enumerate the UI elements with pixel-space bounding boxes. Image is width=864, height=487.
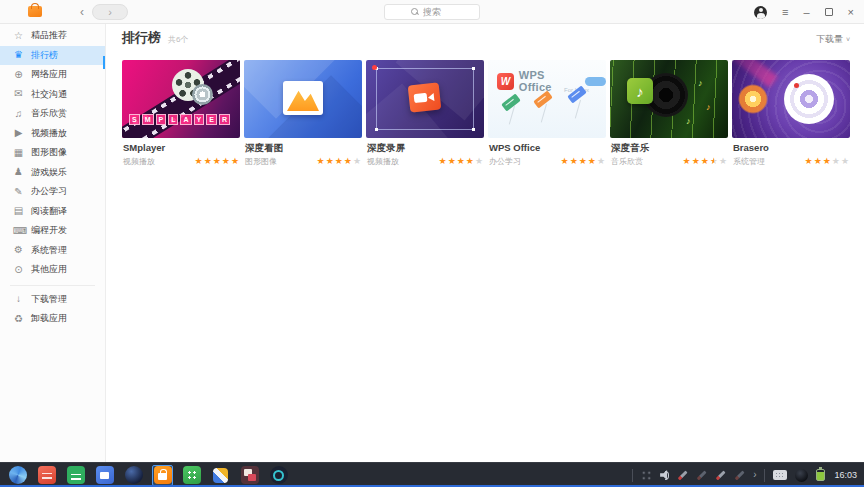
tray-pen-icon-1[interactable] (678, 470, 688, 480)
sidebar-item-ranking[interactable]: ♛排行榜 (0, 46, 105, 66)
app-name: SMplayer (123, 143, 239, 153)
reading-icon: ▤ (13, 206, 24, 216)
sort-dropdown[interactable]: 下载量 ˅ (816, 33, 850, 46)
sidebar-item-label: 社交沟通 (31, 88, 67, 101)
close-button[interactable]: × (848, 7, 854, 18)
star-icon: ★ (814, 157, 822, 166)
banner-letter: E (206, 114, 217, 125)
titlebar[interactable]: ‹ › ≡ – × (0, 0, 864, 24)
sidebar-item-network[interactable]: ⊕网络应用 (0, 65, 105, 85)
sidebar-item-label: 图形图像 (31, 146, 67, 159)
app-meta: Brasero系统管理★★★★★ (732, 143, 850, 167)
search-box[interactable] (384, 4, 480, 20)
dock-item-multicolor-app[interactable] (210, 465, 231, 486)
sidebar-item-uninstall[interactable]: ♻卸载应用 (0, 309, 105, 329)
app-card-wps-office[interactable]: WWPS OfficeFor LinuxWPS Office办公学习★★★★★ (488, 60, 606, 167)
app-meta: WPS Office办公学习★★★★★ (488, 143, 606, 167)
app-banner-deepin-image-viewer[interactable] (244, 60, 362, 138)
forward-button[interactable]: › (92, 4, 128, 20)
star-icon: ★ (588, 157, 596, 166)
dock-item-photos-app[interactable] (239, 465, 260, 486)
file-manager-icon (96, 466, 114, 484)
scrollbar-thumb[interactable] (103, 56, 105, 69)
image-viewer-icon (283, 81, 323, 115)
sidebar-item-label: 办公学习 (31, 185, 67, 198)
sidebar-footer: ↓下载管理♻卸载应用 (0, 290, 105, 329)
dock-item-green-grid-app[interactable] (181, 465, 202, 486)
sidebar-item-office[interactable]: ✎办公学习 (0, 182, 105, 202)
star-icon: ★ (692, 157, 700, 166)
user-avatar[interactable] (754, 6, 767, 19)
app-card-deepin-image-viewer[interactable]: 深度看图图形图像★★★★★ (244, 60, 362, 167)
mountain-art (287, 89, 319, 111)
banner-letter: A (180, 114, 191, 125)
dock-item-red-app[interactable] (36, 465, 57, 486)
dock-item-control-center[interactable] (268, 465, 289, 486)
sidebar-item-others[interactable]: ⊙其他应用 (0, 260, 105, 280)
maximize-button[interactable] (825, 8, 833, 16)
rating-stars: ★★★★★ (804, 157, 849, 166)
video-icon: ▶ (13, 128, 24, 138)
sidebar-item-label: 阅读翻译 (31, 205, 67, 218)
star-icon: ★ (448, 157, 456, 166)
star-icon: ★ (466, 157, 474, 166)
star-icon: ★ (213, 157, 221, 166)
app-banner-smplayer[interactable]: SMPLAYER (122, 60, 240, 138)
dock-item-app-store[interactable] (152, 465, 173, 486)
sidebar-item-system[interactable]: ⚙系统管理 (0, 241, 105, 261)
tray-pen-icon-4[interactable] (735, 470, 745, 480)
search-input[interactable] (423, 7, 453, 17)
star-icon: ★ (317, 157, 325, 166)
dock-item-launcher[interactable] (7, 465, 28, 486)
tray-separator (632, 469, 633, 482)
app-banner-deepin-music[interactable]: ♪♪♪♪ (610, 60, 728, 138)
sidebar-item-label: 系统管理 (31, 244, 67, 257)
system-icon: ⚙ (13, 245, 24, 255)
dock-item-browser[interactable] (123, 465, 144, 486)
rating-stars: ★★★★★ (560, 157, 605, 166)
minimize-button[interactable]: – (803, 7, 809, 18)
star-icon: ★ (457, 157, 465, 166)
star-icon: ★ (335, 157, 343, 166)
app-card-smplayer[interactable]: SMPLAYERSMplayer视频播放★★★★★ (122, 60, 240, 167)
sidebar-item-games[interactable]: ♟游戏娱乐 (0, 163, 105, 183)
floating-note-art: ♪ (706, 102, 711, 112)
battery-icon[interactable] (816, 469, 825, 481)
flame-glow-art (734, 82, 772, 116)
app-banner-brasero[interactable] (732, 60, 850, 138)
sidebar-item-reading[interactable]: ▤阅读翻译 (0, 202, 105, 222)
dark-sphere-icon[interactable] (795, 469, 808, 482)
star-icon: ★ (832, 157, 840, 166)
app-banner-deepin-screen-recorder[interactable] (366, 60, 484, 138)
sidebar-item-video[interactable]: ▶视频播放 (0, 124, 105, 144)
wps-logo-icon: W (497, 73, 514, 90)
star-icon: ★ (805, 157, 813, 166)
star-icon: ★ (570, 157, 578, 166)
app-store-window: ‹ › ≡ – × ☆精品推荐♛排行榜⊕网络应用✉社交沟通♫音乐欣赏▶视频播放▦… (0, 0, 864, 487)
sidebar-item-featured[interactable]: ☆精品推荐 (0, 26, 105, 46)
tray-grid-icon[interactable] (641, 470, 652, 481)
menu-icon[interactable]: ≡ (782, 7, 788, 18)
back-button[interactable]: ‹ (80, 6, 84, 18)
tray-pen-icon-2[interactable] (697, 470, 707, 480)
app-card-deepin-music[interactable]: ♪♪♪♪深度音乐音乐欣赏★★★★★ (610, 60, 728, 167)
dock-item-green-notes-app[interactable] (65, 465, 86, 486)
sidebar-item-downloads[interactable]: ↓下载管理 (0, 290, 105, 310)
app-card-deepin-screen-recorder[interactable]: 深度录屏视频播放★★★★★ (366, 60, 484, 167)
tray-expand-chevron[interactable]: › (753, 470, 756, 480)
sidebar-item-graphics[interactable]: ▦图形图像 (0, 143, 105, 163)
rating-stars: ★★★★★ (682, 157, 727, 166)
tray-pen-icon-3[interactable] (716, 470, 726, 480)
app-banner-wps-office[interactable]: WWPS OfficeFor Linux (488, 60, 606, 138)
sidebar-item-social[interactable]: ✉社交沟通 (0, 85, 105, 105)
dock-item-file-manager[interactable] (94, 465, 115, 486)
speaker-shape (660, 470, 672, 481)
keyboard-icon[interactable] (773, 470, 787, 480)
downloads-icon: ↓ (13, 294, 24, 304)
dock-icons (7, 465, 289, 486)
dev-icon: ⌨ (13, 226, 24, 236)
app-card-brasero[interactable]: Brasero系统管理★★★★★ (732, 60, 850, 167)
sidebar-item-music[interactable]: ♫音乐欣赏 (0, 104, 105, 124)
volume-icon[interactable] (660, 470, 669, 481)
sidebar-item-dev[interactable]: ⌨编程开发 (0, 221, 105, 241)
